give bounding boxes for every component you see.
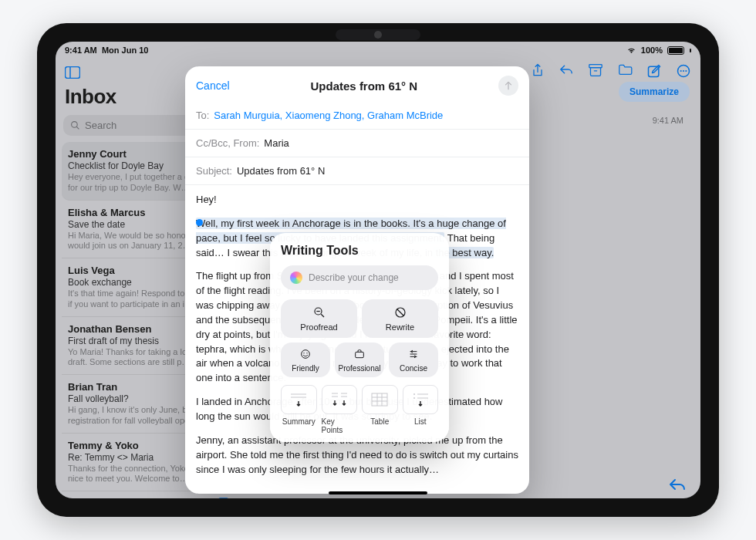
writing-tools-title: Writing Tools — [281, 244, 438, 258]
keypoints-format-button[interactable]: Key Points — [322, 385, 358, 434]
describe-change-placeholder: Describe your change — [309, 272, 399, 283]
rewrite-label: Rewrite — [386, 322, 414, 332]
summary-format-button[interactable]: Summary — [281, 385, 317, 434]
subject-field[interactable]: Subject: Updates from 61° N — [185, 157, 529, 185]
svg-rect-21 — [356, 352, 364, 357]
concise-label: Concise — [400, 364, 427, 373]
proofread-button[interactable]: Proofread — [281, 299, 357, 338]
svg-point-19 — [303, 353, 304, 353]
screen: 9:41 AM Mon Jun 10 100% Inbox Search — [56, 42, 700, 498]
subject-value: Updates from 61° N — [237, 165, 325, 177]
svg-point-20 — [306, 353, 307, 353]
subject-label: Subject: — [196, 165, 232, 177]
ccbcc-field[interactable]: Cc/Bcc, From: Maria — [185, 130, 529, 157]
svg-point-33 — [413, 393, 415, 395]
concise-icon — [407, 347, 420, 361]
ccbcc-label: Cc/Bcc, From: — [196, 137, 259, 149]
svg-rect-28 — [372, 393, 387, 406]
professional-button[interactable]: Professional — [335, 343, 384, 377]
friendly-button[interactable]: Friendly — [281, 343, 330, 377]
table-label: Table — [370, 417, 389, 426]
intelligence-icon — [290, 272, 302, 284]
summary-label: Summary — [282, 417, 316, 426]
compose-title: Updates from 61° N — [311, 79, 418, 93]
svg-line-17 — [397, 309, 403, 316]
magnifier-icon — [312, 305, 326, 319]
to-label: To: — [196, 110, 209, 121]
list-label: List — [414, 417, 427, 426]
to-value: Sarah Murguia, Xiaomeng Zhong, Graham Mc… — [214, 110, 443, 121]
rewrite-icon — [393, 305, 407, 319]
cancel-button[interactable]: Cancel — [196, 79, 230, 92]
table-thumb-icon — [362, 385, 398, 414]
list-thumb-icon — [403, 385, 439, 414]
svg-point-18 — [302, 350, 310, 359]
keypoints-label: Key Points — [322, 417, 358, 434]
body-greeting: Hey! — [196, 193, 518, 208]
ipad-frame: 9:41 AM Mon Jun 10 100% Inbox Search — [37, 23, 719, 517]
friendly-label: Friendly — [292, 364, 319, 373]
professional-label: Professional — [338, 364, 380, 373]
home-indicator[interactable] — [329, 491, 427, 494]
svg-line-14 — [321, 314, 324, 317]
smile-icon — [299, 347, 312, 361]
send-button[interactable] — [498, 76, 518, 96]
selection-handle-start[interactable] — [196, 219, 203, 226]
keypoints-thumb-icon — [322, 385, 358, 414]
list-format-button[interactable]: List — [403, 385, 439, 434]
to-field[interactable]: To: Sarah Murguia, Xiaomeng Zhong, Graha… — [185, 102, 529, 130]
table-format-button[interactable]: Table — [362, 385, 398, 434]
camera-notch — [336, 29, 420, 40]
proofread-label: Proofread — [300, 322, 337, 332]
describe-change-input[interactable]: Describe your change — [281, 265, 438, 290]
ccbcc-value: Maria — [264, 137, 289, 149]
concise-button[interactable]: Concise — [389, 343, 438, 377]
rewrite-button[interactable]: Rewrite — [362, 299, 438, 338]
svg-point-35 — [413, 397, 415, 399]
writing-tools-panel: Writing Tools Describe your change Proof… — [270, 233, 449, 442]
summary-thumb-icon — [281, 385, 317, 414]
briefcase-icon — [353, 347, 366, 361]
